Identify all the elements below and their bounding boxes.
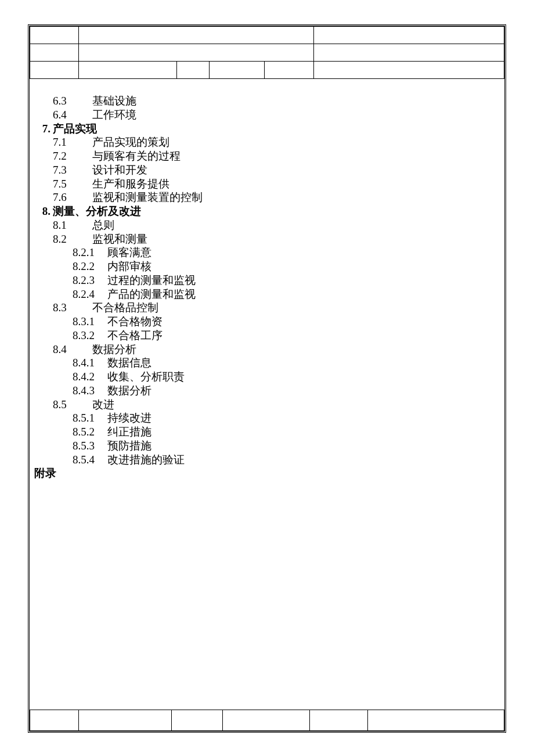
toc-level3: 8.2.1顾客满意 (30, 246, 497, 260)
toc-level3: 8.3.2不合格工序 (30, 329, 497, 343)
toc-level2: 7.2与顾客有关的过程 (30, 149, 497, 163)
toc-level2: 8.4数据分析 (30, 343, 497, 357)
toc-level2: 6.4 工作环境 (30, 108, 497, 122)
header-cell (314, 27, 504, 44)
toc-num: 6.4 (30, 108, 75, 122)
toc-level2: 7.5生产和服务提供 (30, 177, 497, 191)
toc-level3: 8.5.2纠正措施 (30, 425, 497, 439)
toc-title: 工作环境 (92, 108, 136, 122)
header-cell (79, 62, 177, 79)
header-cell (314, 44, 504, 62)
footer-cell (30, 710, 79, 731)
footer-cell (368, 710, 504, 731)
footer-cell (310, 710, 368, 731)
header-cell (79, 27, 314, 44)
toc-level3: 8.2.3过程的测量和监视 (30, 273, 497, 287)
header-cell (30, 27, 79, 44)
document-frame: 6.3 基础设施 6.4 工作环境 7. 产品实现 7.1产品实现的策划 7.2… (28, 24, 506, 733)
toc-num: 6.3 (30, 94, 75, 108)
footer-table (30, 710, 504, 731)
toc-level3: 8.2.2内部审核 (30, 260, 497, 273)
toc-level2: 6.3 基础设施 (30, 94, 497, 108)
toc-title: 测量、分析及改进 (53, 204, 141, 218)
toc-level2: 8.2监视和测量 (30, 232, 497, 246)
header-cell (177, 62, 210, 79)
header-cell (79, 44, 314, 62)
header-cell (314, 62, 504, 79)
toc-level1: 7. 产品实现 (30, 122, 497, 136)
toc-level2: 8.1总则 (30, 218, 497, 232)
header-cell (265, 62, 314, 79)
toc-level2: 7.6监视和测量装置的控制 (30, 190, 497, 204)
toc-appendix: 附录 (30, 466, 497, 480)
toc-level3: 8.4.3数据分析 (30, 384, 497, 398)
toc-num: 7. (30, 122, 53, 136)
toc-title: 基础设施 (92, 94, 136, 108)
footer-cell (223, 710, 310, 731)
toc-level2: 7.3设计和开发 (30, 163, 497, 177)
header-table (30, 26, 504, 79)
toc-num: 8. (30, 204, 53, 218)
toc-title: 产品实现 (53, 122, 97, 136)
toc-level3: 8.5.1持续改进 (30, 411, 497, 425)
toc-level3: 8.4.1数据信息 (30, 356, 497, 370)
toc-level2: 7.1产品实现的策划 (30, 135, 497, 149)
header-cell (30, 62, 79, 79)
toc-body: 6.3 基础设施 6.4 工作环境 7. 产品实现 7.1产品实现的策划 7.2… (30, 79, 504, 710)
toc-level1: 8. 测量、分析及改进 (30, 204, 497, 218)
footer-cell (79, 710, 172, 731)
toc-level3: 8.5.4改进措施的验证 (30, 453, 497, 467)
toc-level3: 8.3.1不合格物资 (30, 315, 497, 329)
header-cell (30, 44, 79, 62)
toc-level2: 8.5改进 (30, 398, 497, 412)
toc-level3: 8.5.3预防措施 (30, 439, 497, 453)
toc-level2: 8.3不合格品控制 (30, 301, 497, 315)
toc-level3: 8.4.2收集、分析职责 (30, 370, 497, 384)
toc-level3: 8.2.4产品的测量和监视 (30, 287, 497, 301)
header-cell (210, 62, 265, 79)
footer-cell (172, 710, 223, 731)
